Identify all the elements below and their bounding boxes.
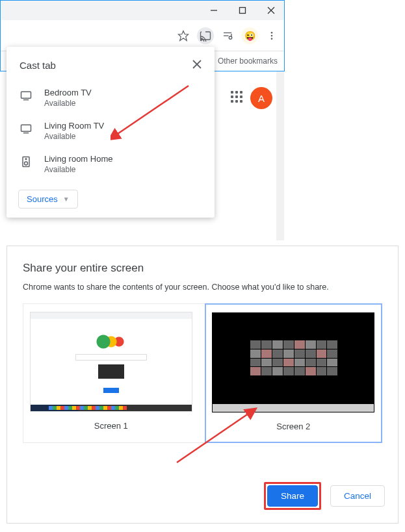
minimize-button[interactable]	[206, 3, 222, 18]
share-button[interactable]: Share	[267, 485, 318, 507]
cast-device-name: Living room Home	[44, 154, 113, 164]
svg-rect-18	[21, 125, 31, 131]
dialog-title: Share your entire screen	[23, 262, 382, 275]
tv-icon	[20, 122, 33, 135]
screen-1-thumbnail	[30, 312, 192, 412]
svg-rect-16	[21, 92, 31, 98]
cast-device-status: Available	[44, 99, 92, 108]
svg-point-11	[271, 32, 273, 34]
media-icon[interactable]	[219, 27, 236, 44]
svg-marker-4	[179, 31, 189, 40]
svg-rect-1	[240, 8, 246, 14]
sources-button[interactable]: Sources ▼	[18, 190, 78, 209]
cast-device-status: Available	[44, 132, 104, 141]
sources-label: Sources	[27, 194, 58, 204]
cast-icon[interactable]	[197, 27, 214, 44]
chevron-down-icon: ▼	[63, 196, 70, 203]
cast-device-living-room-home[interactable]: Living room Home Available	[7, 147, 215, 181]
svg-point-13	[271, 38, 273, 40]
window-titlebar	[1, 1, 284, 20]
profile-avatar[interactable]: A	[250, 87, 272, 109]
svg-point-22	[25, 158, 27, 160]
apps-grid-icon[interactable]	[231, 91, 244, 104]
svg-line-23	[116, 86, 189, 135]
close-icon[interactable]	[189, 56, 205, 75]
close-button[interactable]	[263, 3, 279, 18]
annotation-arrow	[170, 398, 274, 469]
star-icon[interactable]	[175, 27, 192, 44]
svg-point-6	[201, 40, 202, 41]
cancel-button[interactable]: Cancel	[330, 485, 385, 507]
other-bookmarks-folder[interactable]: Other bookmarks	[218, 57, 278, 66]
menu-icon[interactable]	[263, 27, 280, 44]
dialog-subtitle: Chrome wants to share the contents of yo…	[23, 283, 382, 292]
svg-line-24	[177, 409, 255, 462]
cast-device-name: Bedroom TV	[44, 88, 92, 97]
cast-device-status: Available	[44, 165, 113, 174]
svg-point-21	[25, 162, 28, 165]
speaker-icon	[20, 155, 33, 168]
cast-device-name: Living Room TV	[44, 121, 104, 131]
share-screen-dialog: Share your entire screen Chrome wants to…	[7, 246, 398, 524]
maximize-button[interactable]	[235, 3, 250, 18]
annotation-highlight: Share	[264, 482, 321, 510]
tv-icon	[20, 89, 33, 102]
annotation-arrow	[111, 79, 195, 144]
svg-point-12	[271, 34, 273, 36]
cast-popup-title: Cast tab	[20, 60, 56, 71]
screen-label: Screen 2	[276, 422, 310, 431]
screen-label: Screen 1	[94, 421, 128, 431]
extension-icon[interactable]: 😜	[241, 27, 258, 44]
